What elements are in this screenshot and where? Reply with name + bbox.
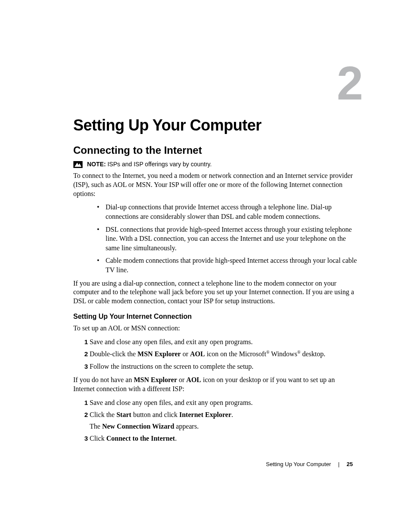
step-text: Double-click the MSN Explorer or AOL ico…: [90, 350, 325, 358]
step-item: 1Save and close any open files, and exit…: [82, 398, 358, 408]
page-content: Connecting to the Internet NOTE: ISPs an…: [73, 144, 358, 448]
step-item: 1Save and close any open files, and exit…: [82, 337, 358, 347]
page-number: 25: [347, 461, 353, 467]
step-text: Follow the instructions on the screen to…: [90, 363, 253, 370]
document-page: 2 Setting Up Your Computer Connecting to…: [0, 0, 411, 532]
step-item: 2 Click the Start button and click Inter…: [82, 410, 358, 431]
step-item: 2 Double-click the MSN Explorer or AOL i…: [82, 349, 358, 359]
list-item: Cable modem connections that provide hig…: [97, 256, 358, 274]
page-footer: Setting Up Your Computer 25: [266, 461, 353, 467]
step-text: Click the Start button and click Interne…: [90, 411, 233, 418]
steps-list-1: 1Save and close any open files, and exit…: [73, 337, 358, 372]
footer-title: Setting Up Your Computer: [266, 461, 331, 467]
after-bullets-paragraph: If you are using a dial-up connection, c…: [73, 279, 358, 306]
subsection-title: Setting Up Your Internet Connection: [73, 313, 358, 320]
chapter-title: Setting Up Your Computer: [73, 116, 262, 134]
section-title: Connecting to the Internet: [73, 144, 358, 156]
note-body: ISPs and ISP offerings vary by country.: [107, 161, 212, 168]
step-text: Save and close any open files, and exit …: [90, 338, 253, 345]
note-icon: [73, 161, 83, 168]
step-subtext: The New Connection Wizard appears.: [90, 422, 358, 431]
connection-options-list: Dial-up connections that provide Interne…: [73, 202, 358, 274]
note-callout: NOTE: ISPs and ISP offerings vary by cou…: [73, 161, 358, 168]
chapter-number: 2: [337, 59, 361, 107]
list-item: Dial-up connections that provide Interne…: [97, 202, 358, 221]
footer-divider: [339, 462, 339, 467]
note-text: NOTE: ISPs and ISP offerings vary by cou…: [87, 161, 212, 168]
steps1-lead: To set up an AOL or MSN connection:: [73, 324, 358, 333]
steps-list-2: 1Save and close any open files, and exit…: [73, 398, 358, 444]
step-text: Save and close any open files, and exit …: [90, 399, 253, 406]
steps2-lead: If you do not have an MSN Explorer or AO…: [73, 376, 358, 394]
list-item: DSL connections that provide high-speed …: [97, 225, 358, 253]
step-item: 3 Click Connect to the Internet.: [82, 434, 358, 443]
intro-paragraph: To connect to the Internet, you need a m…: [73, 171, 358, 198]
step-text: Click Connect to the Internet.: [90, 435, 177, 442]
note-label: NOTE:: [87, 161, 106, 168]
step-item: 3Follow the instructions on the screen t…: [82, 362, 358, 371]
